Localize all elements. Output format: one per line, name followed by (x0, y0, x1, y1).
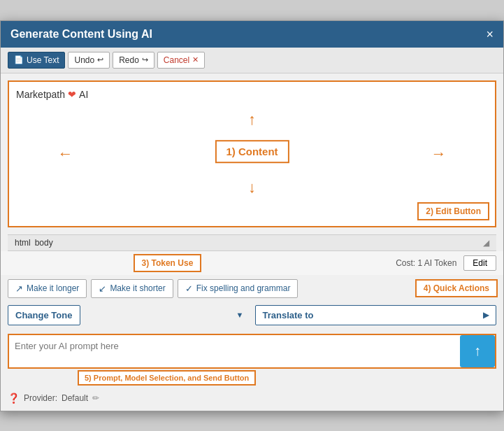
longer-icon: ↗ (15, 283, 23, 294)
edit-cost-button[interactable]: Edit (463, 255, 496, 271)
status-tags: html body (15, 238, 53, 248)
change-tone-select[interactable]: Change Tone (8, 305, 80, 325)
token-annotation: 3) Token Use (134, 254, 202, 272)
undo-icon: ↩ (97, 55, 103, 64)
redo-icon: ↪ (142, 55, 148, 64)
checkmark-icon: ✓ (185, 283, 193, 294)
provider-label: Provider: (24, 393, 57, 403)
provider-row: ❓ Provider: Default ✏ (1, 390, 503, 411)
make-shorter-button[interactable]: ↙ Make it shorter (91, 279, 173, 298)
modal-title: Generate Content Using AI (10, 28, 152, 41)
prompt-annotation-row: 5) Prompt, Model Selection, and Send But… (8, 370, 496, 387)
html-tag: html (15, 238, 31, 248)
change-tone-arrow-icon: ▼ (236, 311, 244, 319)
edit-button-annotation: 2) Edit Button (417, 202, 489, 220)
translate-to-label[interactable]: Translate to ▶ (255, 305, 497, 325)
arrow-right-icon: → (431, 145, 447, 163)
send-button[interactable]: ↑ (460, 335, 495, 367)
help-icon: ❓ (8, 393, 20, 404)
translate-arrow-icon: ▶ (483, 311, 489, 320)
quick-actions-annotation: 4) Quick Actions (415, 279, 498, 297)
provider-value: Default (62, 393, 88, 403)
quick-actions-row: ↗ Make it longer ↙ Make it shorter ✓ Fix… (1, 275, 503, 302)
arrow-up-icon: ↑ (248, 111, 256, 129)
toolbar: 📄 Use Text Undo ↩ Redo ↪ Cancel ✕ (1, 48, 503, 73)
redo-button[interactable]: Redo ↪ (113, 52, 154, 69)
cost-row: 3) Token Use Cost: 1 AI Token Edit (1, 251, 503, 275)
status-bar: html body ◢ (8, 234, 496, 251)
cancel-button[interactable]: Cancel ✕ (157, 52, 205, 69)
dropdowns-row: Change Tone ▼ Translate to ▶ (1, 302, 503, 331)
shorter-icon: ↙ (99, 283, 106, 294)
use-text-icon: 📄 (14, 55, 24, 64)
content-area: Marketpath ❤ AI ↑ ↓ ← → 1) Content 2) Ed… (8, 80, 496, 227)
cost-label: Cost: 1 AI Token (396, 258, 456, 268)
body-tag: body (35, 238, 53, 248)
main-modal: Generate Content Using AI × 📄 Use Text U… (0, 20, 504, 411)
resize-icon: ◢ (483, 238, 489, 248)
arrow-left-icon: ← (58, 145, 73, 163)
prompt-area: ↑ (8, 334, 496, 369)
prompt-input[interactable] (9, 335, 460, 367)
change-tone-wrapper: Change Tone ▼ (8, 305, 250, 325)
cancel-icon: ✕ (192, 55, 199, 64)
use-text-button[interactable]: 📄 Use Text (8, 52, 65, 69)
arrow-down-icon: ↓ (248, 178, 256, 197)
make-longer-button[interactable]: ↗ Make it longer (8, 279, 87, 298)
content-annotation: 1) Content (215, 140, 289, 163)
undo-button[interactable]: Undo ↩ (68, 52, 110, 69)
fix-spelling-button[interactable]: ✓ Fix spelling and grammar (178, 279, 298, 298)
translate-to-wrapper: Translate to ▶ (255, 305, 497, 325)
provider-edit-icon[interactable]: ✏ (92, 393, 99, 403)
close-button[interactable]: × (486, 28, 494, 41)
content-logo: Marketpath ❤ AI (16, 89, 488, 100)
heart-icon: ❤ (68, 89, 76, 100)
modal-header: Generate Content Using AI × (1, 21, 503, 48)
prompt-annotation: 5) Prompt, Model Selection, and Send But… (78, 370, 256, 386)
